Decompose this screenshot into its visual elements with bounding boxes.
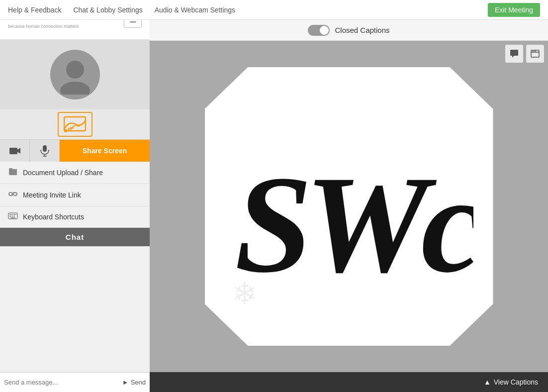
svg-point-22	[534, 51, 535, 52]
sidebar: Cranium Cafe because human connection ma…	[0, 0, 150, 392]
webcam-area	[0, 40, 150, 109]
app-subtitle: because human connection matters	[8, 24, 79, 29]
camera-icon	[9, 146, 21, 156]
microphone-button[interactable]	[30, 140, 60, 162]
sidebar-menu: Document Upload / Share Meeting Invite L…	[0, 162, 150, 392]
folder-icon	[8, 168, 18, 178]
help-feedback-link[interactable]: Help & Feedback	[8, 6, 61, 14]
toggle-x-icon: ✕	[324, 26, 328, 32]
svg-rect-18	[10, 217, 15, 218]
svg-marker-5	[17, 148, 20, 154]
chat-bubble-icon	[509, 49, 519, 58]
message-input-area: ► Send	[0, 372, 150, 392]
svg-rect-6	[43, 145, 47, 152]
send-arrow-icon: ►	[122, 379, 129, 386]
keyboard-icon	[8, 212, 18, 221]
closed-captions-label: Closed Captions	[335, 26, 389, 34]
send-label: Send	[131, 379, 146, 386]
svg-rect-13	[13, 214, 15, 215]
chat-header: Chat	[0, 228, 150, 246]
svg-point-21	[532, 51, 533, 52]
swc-logo-container: ❄ SWc	[205, 67, 493, 346]
sidebar-item-meeting-invite[interactable]: Meeting Invite Link	[0, 184, 150, 206]
closed-captions-toggle[interactable]: ✕	[308, 25, 330, 36]
audio-webcam-settings-link[interactable]: Audio & Webcam Settings	[155, 6, 235, 14]
message-input[interactable]	[4, 379, 119, 386]
fullscreen-overlay-button[interactable]	[526, 45, 544, 63]
svg-point-0	[66, 61, 84, 79]
svg-text:SWc: SWc	[235, 147, 473, 301]
link-icon	[8, 190, 18, 200]
link-svg	[8, 190, 17, 198]
svg-point-3	[64, 129, 67, 132]
swc-text-svg: SWc	[225, 102, 473, 311]
sidebar-item-document-upload[interactable]: Document Upload / Share	[0, 162, 150, 184]
svg-rect-16	[11, 216, 13, 217]
svg-rect-12	[11, 214, 13, 215]
microphone-icon	[40, 145, 49, 157]
captions-bar: ✕ Closed Captions	[150, 20, 548, 41]
user-avatar	[50, 50, 100, 99]
svg-rect-11	[9, 214, 11, 215]
media-controls: Share Screen	[0, 139, 150, 162]
svg-rect-14	[15, 214, 16, 215]
main-video-area: ❄ SWc	[150, 41, 548, 372]
view-captions-text: ▲ View Captions	[484, 378, 538, 386]
svg-rect-4	[9, 148, 17, 154]
exit-meeting-button[interactable]: Exit Meeting	[488, 3, 540, 17]
svg-point-1	[60, 82, 90, 95]
view-captions-arrow: ▲	[484, 378, 491, 386]
view-captions-label: View Captions	[494, 378, 538, 386]
keyboard-shortcuts-label: Keyboard Shortcuts	[23, 213, 84, 221]
meeting-invite-label: Meeting Invite Link	[23, 191, 81, 199]
document-upload-label: Document Upload / Share	[23, 169, 103, 177]
top-nav: Help & Feedback Chat & Lobby Settings Au…	[0, 0, 548, 20]
folder-svg	[8, 168, 17, 176]
svg-rect-17	[13, 216, 15, 217]
avatar-icon	[55, 55, 95, 95]
chat-label: Chat	[66, 233, 84, 241]
nav-links: Help & Feedback Chat & Lobby Settings Au…	[8, 6, 235, 14]
chat-lobby-settings-link[interactable]: Chat & Lobby Settings	[73, 6, 142, 14]
share-screen-button[interactable]: Share Screen	[60, 140, 150, 162]
view-captions-bar[interactable]: ▲ View Captions	[150, 372, 548, 392]
fullscreen-icon	[530, 49, 540, 58]
cast-svg	[64, 115, 86, 133]
cast-area	[0, 109, 150, 139]
send-button[interactable]: ► Send	[122, 379, 146, 386]
camera-button[interactable]	[0, 140, 30, 162]
keyboard-svg	[8, 212, 18, 219]
svg-rect-15	[9, 216, 11, 217]
cast-icon[interactable]	[58, 112, 92, 137]
svg-point-23	[535, 51, 536, 52]
sidebar-item-keyboard-shortcuts[interactable]: Keyboard Shortcuts	[0, 206, 150, 228]
